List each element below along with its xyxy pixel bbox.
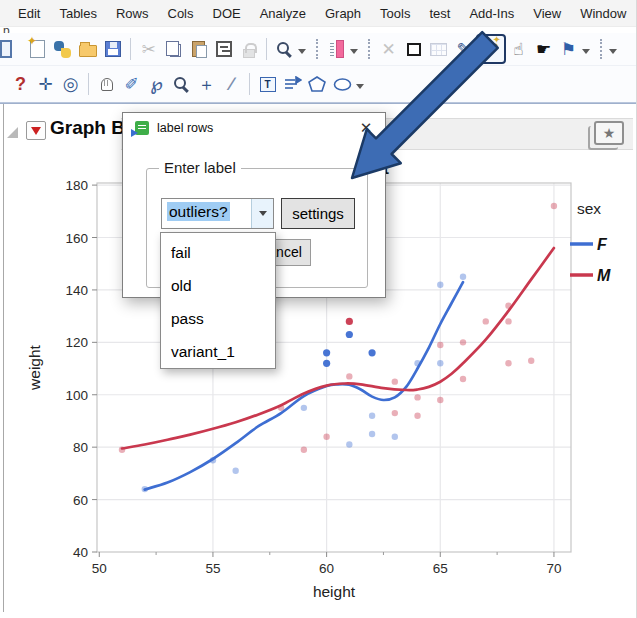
toolbar-separator bbox=[88, 73, 89, 95]
rectangle-select-icon bbox=[407, 43, 421, 56]
python-icon[interactable] bbox=[50, 37, 75, 62]
toolbar-handle[interactable] bbox=[316, 39, 318, 59]
svg-text:120: 120 bbox=[65, 335, 88, 350]
paste-icon[interactable] bbox=[186, 37, 211, 62]
label-tool-icon[interactable] bbox=[476, 34, 506, 64]
new-script-icon[interactable] bbox=[25, 37, 50, 62]
move-tool-icon[interactable]: ✛ bbox=[33, 72, 58, 97]
svg-text:60: 60 bbox=[319, 561, 334, 576]
dropdown-caret-icon[interactable] bbox=[609, 49, 617, 54]
data-table-icon bbox=[430, 43, 447, 56]
menu-bar: EditTablesRowsColsDOEAnalyzeGraphToolste… bbox=[0, 0, 637, 27]
group-label: Enter label bbox=[159, 159, 241, 176]
menu-item-rows[interactable]: Rows bbox=[116, 6, 149, 21]
copy-icon[interactable] bbox=[161, 37, 186, 62]
flag-tool-icon[interactable]: ⚑ bbox=[556, 37, 581, 62]
main-toolbar: ✂✕✎☝☛⚑ bbox=[0, 33, 637, 66]
target-tool-icon[interactable]: ◎ bbox=[58, 72, 83, 97]
save-icon bbox=[105, 41, 121, 57]
copy-icon bbox=[170, 44, 181, 57]
svg-text:sex: sex bbox=[577, 200, 601, 217]
dialog-titlebar[interactable]: label rows ✕ bbox=[123, 113, 385, 143]
preferences-icon[interactable] bbox=[211, 37, 236, 62]
label-combobox[interactable]: outliers? bbox=[161, 198, 274, 229]
journal-icon[interactable] bbox=[0, 37, 25, 62]
line-annotation-icon[interactable] bbox=[280, 72, 305, 97]
disclosure-triangle-icon[interactable] bbox=[7, 127, 18, 138]
data-table-icon[interactable] bbox=[426, 37, 451, 62]
recode-column-icon bbox=[336, 40, 344, 58]
eraser-tool-icon[interactable]: ∕ bbox=[219, 72, 244, 97]
svg-text:80: 80 bbox=[73, 440, 88, 455]
menu-item-tools[interactable]: Tools bbox=[380, 6, 410, 21]
brush-tool-icon[interactable]: ✐ bbox=[119, 72, 144, 97]
dropdown-caret-icon[interactable] bbox=[298, 49, 306, 54]
annotate-icon[interactable]: ✎ bbox=[451, 37, 476, 62]
lasso-tool-icon[interactable]: ℘ bbox=[144, 72, 169, 97]
recode-column-icon[interactable] bbox=[324, 37, 349, 62]
bookmark-star-icon[interactable]: ★ bbox=[594, 121, 624, 145]
menu-item-window[interactable]: Window bbox=[580, 6, 626, 21]
combobox-dropdown-button[interactable] bbox=[251, 199, 273, 228]
preferences-icon bbox=[216, 41, 232, 57]
hand-tool-icon[interactable] bbox=[94, 72, 119, 97]
menu-item-tables[interactable]: Tables bbox=[59, 6, 97, 21]
lock-icon bbox=[243, 49, 255, 58]
dropdown-caret-icon[interactable] bbox=[356, 84, 364, 89]
oval-annotation-icon[interactable] bbox=[330, 72, 355, 97]
menu-item-cols[interactable]: Cols bbox=[168, 6, 194, 21]
save-icon[interactable] bbox=[100, 37, 125, 62]
clear-selection-icon[interactable]: ✕ bbox=[376, 37, 401, 62]
label-tool-icon bbox=[485, 43, 498, 56]
text-annotation-icon: T bbox=[260, 77, 276, 92]
menu-item-add-ins[interactable]: Add-Ins bbox=[469, 6, 514, 21]
selection-hand-icon[interactable]: ☛ bbox=[531, 37, 556, 62]
svg-text:180: 180 bbox=[65, 178, 88, 193]
combobox-value[interactable]: outliers? bbox=[162, 199, 251, 228]
svg-text:55: 55 bbox=[205, 561, 220, 576]
dropdown-caret-icon[interactable] bbox=[582, 49, 590, 54]
toolbar-handle[interactable] bbox=[368, 39, 370, 59]
open-data-table-icon[interactable] bbox=[75, 37, 100, 62]
svg-text:160: 160 bbox=[65, 231, 88, 246]
dropdown-item-variant_1[interactable]: variant_1 bbox=[161, 335, 275, 368]
menu-item-analyze[interactable]: Analyze bbox=[260, 6, 306, 21]
cut-icon[interactable]: ✂ bbox=[136, 37, 161, 62]
close-icon[interactable]: ✕ bbox=[355, 117, 377, 139]
settings-button[interactable]: settings bbox=[281, 198, 355, 229]
polygon-annotation-icon[interactable] bbox=[305, 72, 330, 97]
dropdown-item-fail[interactable]: fail bbox=[161, 236, 275, 269]
combobox-dropdown-list: failoldpassvariant_1 bbox=[160, 232, 276, 369]
dropdown-caret-icon[interactable] bbox=[350, 49, 358, 54]
report-left-border bbox=[3, 104, 4, 612]
zoom-in-tool-icon[interactable] bbox=[169, 72, 194, 97]
dropdown-item-pass[interactable]: pass bbox=[161, 302, 275, 335]
menu-item-doe[interactable]: DOE bbox=[213, 6, 241, 21]
svg-text:100: 100 bbox=[65, 388, 88, 403]
crosshair-tool-icon[interactable]: ＋ bbox=[194, 72, 219, 97]
menu-item-test[interactable]: test bbox=[429, 6, 450, 21]
script-icon bbox=[135, 121, 149, 135]
new-script-icon bbox=[30, 40, 45, 58]
text-annotation-icon[interactable]: T bbox=[255, 72, 280, 97]
dropdown-item-old[interactable]: old bbox=[161, 269, 275, 302]
rectangle-select-icon[interactable] bbox=[401, 37, 426, 62]
hand-tool-icon bbox=[101, 78, 113, 91]
lock-icon[interactable] bbox=[236, 37, 261, 62]
menu-item-graph[interactable]: Graph bbox=[325, 6, 361, 21]
help-tool-icon[interactable]: ? bbox=[8, 72, 33, 97]
svg-text:height: height bbox=[313, 583, 356, 600]
toolbar-separator bbox=[130, 38, 131, 60]
toolbar-separator bbox=[249, 73, 250, 95]
toolbar-handle[interactable] bbox=[600, 39, 602, 59]
red-triangle-menu-button[interactable] bbox=[26, 121, 46, 140]
search-icon[interactable] bbox=[272, 37, 297, 62]
menu-item-edit[interactable]: Edit bbox=[18, 6, 40, 21]
menu-item-view[interactable]: View bbox=[533, 6, 561, 21]
open-data-table-icon bbox=[79, 45, 97, 57]
svg-text:65: 65 bbox=[433, 561, 448, 576]
search-icon bbox=[277, 42, 289, 54]
toolbar-separator bbox=[266, 38, 267, 60]
grabber-hand-icon[interactable]: ☝ bbox=[506, 37, 531, 62]
python-icon bbox=[54, 41, 71, 58]
